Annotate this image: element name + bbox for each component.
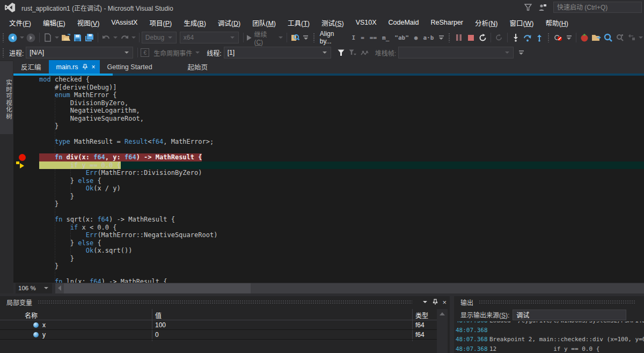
- menu-item[interactable]: 调试(D): [212, 16, 246, 30]
- send-feedback-icon[interactable]: [538, 4, 547, 11]
- process-combo[interactable]: [N/A]: [26, 47, 133, 58]
- panel-close-icon[interactable]: ×: [442, 298, 447, 306]
- solution-platform-combo[interactable]: x64: [180, 32, 239, 43]
- continue-button[interactable]: 继续(C): [246, 31, 284, 44]
- toolbar-grip[interactable]: [313, 33, 316, 42]
- stop-debugging-button[interactable]: [465, 31, 477, 44]
- find-in-files-button[interactable]: [289, 31, 301, 44]
- align-ab-icon[interactable]: a·b: [420, 34, 436, 41]
- save-all-button[interactable]: [84, 31, 96, 44]
- navigate-forward-button[interactable]: [25, 31, 37, 44]
- scroll-up-arrow-icon[interactable]: [440, 312, 445, 315]
- va-find-button[interactable]: [602, 31, 614, 44]
- locals-row[interactable]: y0f64: [0, 330, 437, 340]
- disable-all-breakpoints-button[interactable]: [552, 31, 564, 44]
- output-log[interactable]: 48:07.368Loaded '/cygdrive/c/WINDOWS/Sys…: [454, 321, 644, 353]
- tab-close-icon[interactable]: ×: [92, 63, 96, 71]
- tab-pin-icon[interactable]: [83, 64, 87, 70]
- horizontal-scrollbar-thumb[interactable]: [64, 283, 251, 293]
- restart-button[interactable]: [477, 31, 488, 44]
- toolbar-grip[interactable]: [2, 33, 5, 42]
- save-button[interactable]: [72, 31, 84, 44]
- column-type[interactable]: 类型: [415, 311, 428, 320]
- locals-grid-header[interactable]: 名称 值 类型: [0, 309, 437, 320]
- tab-起始页[interactable]: 起始页: [180, 60, 216, 73]
- scroll-left-arrow-icon[interactable]: [58, 285, 61, 291]
- break-all-button[interactable]: [453, 31, 465, 44]
- menu-item[interactable]: 项目(P): [143, 16, 178, 30]
- menu-item[interactable]: VS10X: [350, 17, 383, 28]
- toolbar-overflow-button[interactable]: [303, 35, 309, 40]
- open-containing-folder-button[interactable]: [590, 31, 602, 44]
- menu-item[interactable]: VAssistX: [105, 17, 143, 28]
- undo-button[interactable]: [100, 31, 112, 44]
- ibeam-icon[interactable]: I: [349, 34, 358, 41]
- toolbar-grip[interactable]: [547, 33, 550, 42]
- filter-flagged-button[interactable]: [347, 46, 359, 59]
- dot-icon[interactable]: ●: [412, 34, 421, 41]
- navigate-back-button[interactable]: [7, 31, 19, 44]
- menu-item[interactable]: 分析(N): [469, 16, 503, 30]
- menu-item[interactable]: 生成(B): [178, 16, 212, 30]
- menu-item[interactable]: ReSharper: [425, 17, 469, 28]
- thread-combo[interactable]: [1]: [224, 47, 331, 58]
- feedback-filter-icon[interactable]: [524, 4, 532, 11]
- menu-item[interactable]: 帮助(H): [540, 16, 574, 30]
- align-double-equals-icon[interactable]: ==: [367, 34, 379, 41]
- menu-item[interactable]: CodeMaid: [383, 17, 425, 28]
- filter-threads-button[interactable]: [335, 46, 347, 59]
- step-out-button[interactable]: [533, 31, 545, 44]
- editor-horizontal-scrollbar[interactable]: [55, 283, 644, 293]
- va-nav-back-button[interactable]: [626, 31, 638, 44]
- output-title-bar[interactable]: 输出: [454, 296, 644, 308]
- toolbar-overflow-button[interactable]: [566, 35, 572, 40]
- menu-item[interactable]: 窗口(W): [503, 16, 539, 30]
- panel-menu-chevron-icon[interactable]: [422, 301, 428, 303]
- show-next-statement-button[interactable]: [493, 31, 505, 44]
- live-visual-tree-side-tab[interactable]: 实时可视化树: [0, 61, 13, 134]
- column-value[interactable]: 值: [155, 311, 162, 320]
- locals-vertical-scrollbar[interactable]: [437, 309, 448, 353]
- solution-configuration-combo[interactable]: Debug: [142, 32, 177, 43]
- undo-caret[interactable]: [113, 36, 118, 39]
- find-references-button[interactable]: [614, 31, 626, 44]
- redo-caret[interactable]: [131, 36, 136, 39]
- lifecycle-events-button[interactable]: € 生命周期事件: [140, 46, 201, 59]
- toolbar-grip[interactable]: [448, 33, 451, 42]
- menu-item[interactable]: 视图(V): [71, 16, 106, 30]
- panel-splitter[interactable]: [450, 296, 454, 353]
- new-file-button[interactable]: [42, 31, 54, 44]
- breakpoint-icon[interactable]: [19, 154, 26, 161]
- output-source-combo[interactable]: 调试: [513, 310, 626, 320]
- locals-row[interactable]: x100f64: [0, 320, 437, 330]
- toolbar-grip[interactable]: [2, 48, 5, 57]
- toolbar-overflow-button[interactable]: [518, 50, 524, 55]
- redo-button[interactable]: [119, 31, 130, 44]
- quick-launch-input[interactable]: [553, 2, 642, 13]
- codemaid-button[interactable]: [579, 31, 590, 44]
- suggested-threads-button[interactable]: [359, 46, 371, 59]
- align-by-label[interactable]: Align by...: [318, 30, 349, 45]
- step-into-button[interactable]: [510, 31, 522, 44]
- menu-item[interactable]: 团队(M): [246, 16, 282, 30]
- locals-title-bar[interactable]: 局部变量 ×: [0, 296, 450, 308]
- menu-item[interactable]: 测试(S): [316, 16, 350, 30]
- tab-Getting Started[interactable]: Getting Started: [100, 60, 160, 73]
- align-strings-icon[interactable]: "ab": [392, 34, 412, 41]
- tab-main.rs[interactable]: main.rs×: [49, 60, 100, 73]
- code-area[interactable]: mod checked { #[derive(Debug)] enum Math…: [39, 76, 644, 283]
- panel-pin-icon[interactable]: [433, 299, 438, 305]
- menu-item[interactable]: 文件(F): [3, 16, 37, 30]
- stack-frame-combo[interactable]: [398, 47, 514, 58]
- navigate-back-caret[interactable]: [20, 36, 24, 39]
- new-file-caret[interactable]: [55, 36, 59, 39]
- code-editor[interactable]: mod checked { #[derive(Debug)] enum Math…: [13, 73, 644, 283]
- menu-item[interactable]: 编辑(E): [37, 16, 71, 30]
- menu-item[interactable]: 工具(T): [282, 16, 316, 30]
- toolbar-overflow-button[interactable]: [438, 35, 444, 40]
- column-name[interactable]: 名称: [25, 311, 38, 320]
- open-file-button[interactable]: [60, 31, 72, 44]
- tab-反汇编[interactable]: 反汇编: [13, 60, 49, 73]
- align-equals-icon[interactable]: =: [358, 34, 367, 41]
- editor-zoom-combo[interactable]: 106 %: [16, 283, 52, 293]
